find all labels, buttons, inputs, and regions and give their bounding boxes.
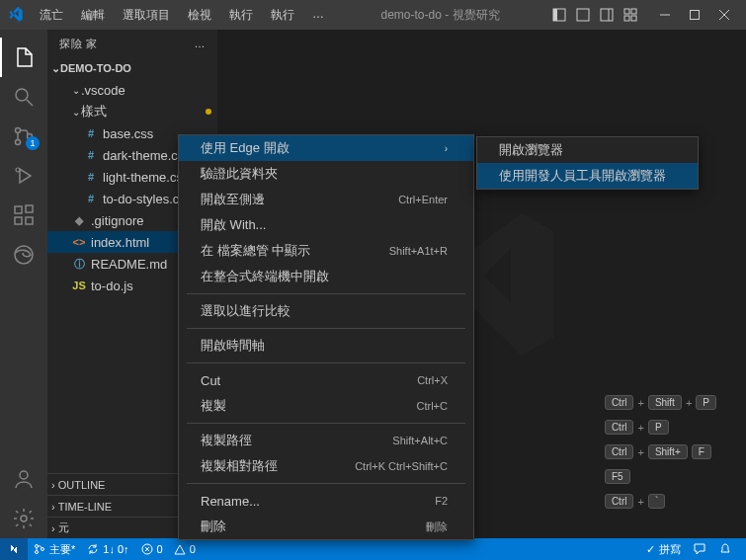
context-submenu: 開啟瀏覽器使用開發人員工具開啟瀏覽器 bbox=[476, 136, 699, 190]
scm-badge: 1 bbox=[26, 136, 40, 150]
menu-item[interactable]: 選取以進行比較 bbox=[179, 298, 473, 324]
layout-bottom-icon[interactable] bbox=[572, 4, 594, 26]
menu-view[interactable]: 檢視 bbox=[180, 3, 219, 28]
tree-label: light-theme.css bbox=[103, 170, 189, 185]
svg-rect-1 bbox=[553, 9, 557, 21]
menu-item-label: Rename... bbox=[201, 494, 260, 509]
tree-label: .gitignore bbox=[91, 213, 143, 228]
ab-settings[interactable] bbox=[0, 499, 47, 538]
menu-item[interactable]: 複製Ctrl+C bbox=[179, 393, 473, 419]
tree-label: README.md bbox=[91, 257, 167, 272]
menu-item[interactable]: CutCtrl+X bbox=[179, 367, 473, 393]
file-type-icon: # bbox=[83, 127, 99, 139]
folder-header[interactable]: ⌄ DEMO-TO-DO bbox=[47, 57, 217, 79]
shortcut-row: Ctrl+P bbox=[605, 420, 669, 435]
svg-point-13 bbox=[16, 89, 28, 101]
ab-search[interactable] bbox=[0, 77, 47, 117]
menu-run[interactable]: 執行 bbox=[221, 3, 261, 28]
sb-sync[interactable]: 1↓ 0↑ bbox=[81, 543, 134, 555]
ab-explorer[interactable] bbox=[0, 38, 47, 77]
svg-point-25 bbox=[21, 516, 27, 521]
menu-item-label: 複製 bbox=[201, 397, 226, 415]
svg-rect-5 bbox=[624, 9, 629, 14]
key: Shift bbox=[648, 395, 682, 410]
key: Ctrl bbox=[605, 444, 634, 459]
tree-label: .vscode bbox=[81, 83, 125, 98]
menu-item-label: 開啟 With... bbox=[201, 216, 266, 234]
maximize-icon[interactable] bbox=[681, 4, 708, 26]
menu-item-shortcut: Ctrl+K Ctrl+Shift+C bbox=[355, 460, 448, 472]
sb-feedback-icon[interactable] bbox=[687, 542, 712, 557]
menu-item-label: 選取以進行比較 bbox=[201, 302, 290, 320]
menu-item-shortcut: Ctrl+Enter bbox=[398, 194, 448, 205]
menu-item-shortcut: Ctrl+C bbox=[417, 400, 448, 412]
svg-rect-7 bbox=[624, 16, 629, 21]
menu-selection[interactable]: 選取項目 bbox=[115, 3, 178, 28]
menu-item[interactable]: 在整合式終端機中開啟 bbox=[179, 264, 473, 289]
svg-point-16 bbox=[16, 140, 21, 145]
sb-errors[interactable]: 0 0 bbox=[135, 543, 202, 555]
tree-item[interactable]: ⌄ .vscode bbox=[47, 79, 217, 101]
menu-edit[interactable]: 編輯 bbox=[73, 3, 113, 28]
svg-line-14 bbox=[27, 100, 33, 106]
ab-edge[interactable] bbox=[0, 235, 47, 275]
layout-left-icon[interactable] bbox=[548, 4, 570, 26]
menu-item[interactable]: 開啟瀏覽器 bbox=[477, 137, 698, 163]
tree-label: 樣式 bbox=[81, 103, 107, 120]
menu-item-label: 使用 Edge 開啟 bbox=[201, 139, 290, 157]
menu-item[interactable]: 複製路徑Shift+Alt+C bbox=[179, 428, 473, 453]
menu-item[interactable]: 開啟時間軸 bbox=[179, 333, 473, 359]
minimize-icon[interactable] bbox=[651, 4, 679, 26]
close-icon[interactable] bbox=[710, 4, 738, 26]
menu-separator bbox=[187, 362, 465, 363]
tree-item[interactable]: ⌄ 樣式 bbox=[47, 101, 217, 122]
menu-item[interactable]: 開啟 With... bbox=[179, 212, 473, 238]
sidebar-header: 探險 家 … bbox=[47, 30, 217, 57]
menu-item[interactable]: Rename...F2 bbox=[179, 488, 473, 514]
file-type-icon: # bbox=[83, 193, 99, 204]
menu-item[interactable]: 複製相對路徑Ctrl+K Ctrl+Shift+C bbox=[179, 453, 473, 479]
sb-remote[interactable] bbox=[0, 538, 28, 560]
menu-item[interactable]: 在 檔案總管 中顯示Shift+A1t+R bbox=[179, 238, 473, 264]
menu-item-label: 複製相對路徑 bbox=[201, 457, 278, 475]
sb-spellcheck[interactable]: ✓ 拼寫 bbox=[640, 542, 687, 557]
sidebar-more-icon[interactable]: … bbox=[195, 38, 207, 49]
menu-item[interactable]: 開啟至側邊Ctrl+Enter bbox=[179, 187, 473, 212]
ab-extensions[interactable] bbox=[0, 196, 47, 235]
chevron-down-icon: ⌄ bbox=[51, 62, 60, 75]
activitybar: 1 bbox=[0, 30, 47, 538]
tree-label: to-do.js bbox=[91, 279, 133, 293]
file-type-icon: # bbox=[83, 149, 99, 161]
menu-item[interactable]: 使用 Edge 開啟› bbox=[179, 135, 473, 161]
shortcut-row: Ctrl+Shift+F bbox=[605, 444, 711, 459]
window-title: demo-to-do - 視覺研究 bbox=[332, 7, 548, 24]
svg-rect-2 bbox=[577, 9, 589, 21]
menu-item-label: 刪除 bbox=[201, 518, 226, 535]
key: Ctrl bbox=[605, 420, 634, 435]
menu-more[interactable]: … bbox=[304, 3, 332, 28]
layout-customize-icon[interactable] bbox=[620, 4, 641, 26]
chevron-right-icon: › bbox=[445, 143, 448, 154]
layout-right-icon[interactable] bbox=[596, 4, 618, 26]
chevron-down-icon: ⌄ bbox=[71, 85, 81, 96]
menu-item-label: 開啟瀏覽器 bbox=[499, 141, 563, 159]
menu-item[interactable]: 使用開發人員工具開啟瀏覽器 bbox=[477, 163, 698, 189]
svg-rect-19 bbox=[15, 206, 22, 213]
menu-run2[interactable]: 執行 bbox=[263, 3, 302, 28]
sb-bell-icon[interactable] bbox=[712, 542, 738, 557]
menu-item[interactable]: 刪除刪除 bbox=[179, 514, 473, 539]
menu-separator bbox=[187, 423, 465, 424]
vscode-logo-icon bbox=[8, 7, 24, 23]
ab-account[interactable] bbox=[0, 459, 47, 499]
shortcut-row: Ctrl+` bbox=[605, 494, 665, 509]
menu-file[interactable]: 流亡 bbox=[32, 3, 71, 28]
menu-item[interactable]: 驗證此資料夾 bbox=[179, 161, 473, 187]
menu-item-label: 開啟時間軸 bbox=[201, 337, 265, 355]
svg-point-15 bbox=[16, 128, 21, 133]
sb-branch[interactable]: 主要* bbox=[28, 542, 81, 557]
ab-scm[interactable]: 1 bbox=[0, 117, 47, 156]
menu-item-label: 在整合式終端機中開啟 bbox=[201, 268, 329, 285]
key: Ctrl bbox=[605, 395, 634, 410]
ab-debug[interactable] bbox=[0, 156, 47, 196]
sidebar-title: 探險 家 bbox=[59, 37, 97, 51]
